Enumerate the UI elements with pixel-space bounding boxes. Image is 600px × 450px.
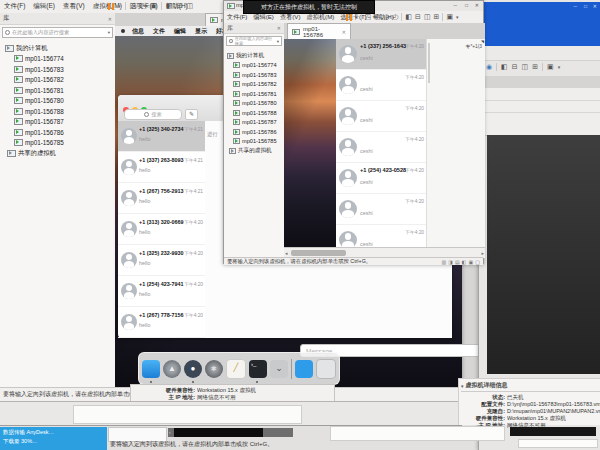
- vm-tree-item[interactable]: mp01-156787: [0, 117, 115, 128]
- close-icon[interactable]: ✕: [277, 25, 281, 31]
- vm-tree-item[interactable]: mp01-156785: [224, 137, 284, 147]
- vm-tree-item[interactable]: mp01-156774: [0, 54, 115, 65]
- manage-snapshots-icon[interactable]: ▣: [150, 2, 157, 10]
- conversation-item[interactable]: +1 (325) 232-9930 下午4:20 hello: [118, 245, 205, 276]
- show-thumbnail-bar-icon[interactable]: ⊟: [177, 2, 183, 10]
- vm-tree-item[interactable]: mp01-156783: [224, 70, 284, 80]
- send-ctrl-alt-del-icon[interactable]: ◳: [130, 2, 137, 10]
- console-view-icon[interactable]: ◫: [522, 63, 529, 71]
- sound-icon[interactable]: ▣: [469, 259, 474, 265]
- vm-tab[interactable]: mp01-156786 ✕: [287, 23, 351, 39]
- close-icon[interactable]: ✕: [475, 2, 479, 8]
- tree-root[interactable]: 我的计算机: [224, 51, 284, 61]
- vm-tree-item[interactable]: mp01-156780: [0, 96, 115, 107]
- vm-tree-item[interactable]: mp01-156781: [224, 89, 284, 99]
- show-library-icon[interactable]: ◧: [405, 13, 412, 21]
- vm-console-preview[interactable]: [487, 135, 600, 374]
- menu-item[interactable]: 文件(F): [0, 2, 29, 9]
- chevron-down-icon[interactable]: ▾: [355, 14, 358, 20]
- scroll-left-arrow-icon[interactable]: ‹: [169, 429, 171, 436]
- network-adapter-icon[interactable]: ▤: [455, 259, 460, 265]
- maximize-icon[interactable]: □: [465, 2, 468, 8]
- close-icon[interactable]: ✕: [342, 29, 346, 35]
- vm-tree-item[interactable]: mp01-156783: [0, 64, 115, 75]
- vm-tree-item[interactable]: mp01-156774: [224, 61, 284, 71]
- show-library-icon[interactable]: ◧: [166, 2, 173, 10]
- vm-tree-item[interactable]: mp01-156785: [0, 138, 115, 149]
- maximize-icon[interactable]: □: [584, 3, 587, 9]
- vm-tree-item[interactable]: mp01-156787: [224, 118, 284, 128]
- message-log-icon[interactable]: ▢: [475, 259, 480, 265]
- macos-menu-item[interactable]: 显示: [195, 27, 207, 36]
- show-thumbnail-bar-icon[interactable]: ⊟: [415, 13, 421, 21]
- unity-icon[interactable]: ◉: [486, 63, 492, 71]
- compose-icon[interactable]: ✎: [185, 109, 198, 120]
- conversation-item[interactable]: 下午4:20 ceshi: [336, 225, 426, 247]
- terminal-icon[interactable]: ›_: [249, 360, 267, 378]
- shared-vms-item[interactable]: 共享的虚拟机: [224, 146, 284, 156]
- settings-icon[interactable]: ✱: [205, 360, 223, 378]
- conversation-item[interactable]: +1 (267) 778-7156 下午4:20 hello: [118, 307, 205, 338]
- manage-snapshots-icon[interactable]: ◴: [392, 13, 398, 21]
- shared-vms-item[interactable]: 共享的虚拟机: [0, 148, 115, 159]
- hard-disk-icon[interactable]: ▥: [442, 259, 447, 265]
- vm-tree-item[interactable]: mp01-156786: [224, 127, 284, 137]
- scrollbar-vertical[interactable]: [428, 43, 430, 83]
- cd-rom-icon[interactable]: ◨: [448, 259, 453, 265]
- minimize-icon[interactable]: ─: [453, 2, 457, 8]
- revert-snapshot-icon[interactable]: ◶: [383, 13, 389, 21]
- console-view-icon[interactable]: ◫: [424, 13, 431, 21]
- notes-icon[interactable]: ╱: [226, 359, 246, 379]
- chevron-down-icon[interactable]: ▾: [558, 64, 561, 70]
- send-ctrl-alt-del-icon[interactable]: ◳: [365, 13, 372, 21]
- conversation-item[interactable]: 下午4:20 ceshi: [336, 101, 426, 132]
- snapshot-icon[interactable]: ◷: [140, 2, 146, 10]
- scrollbar-horizontal[interactable]: ‹: [168, 428, 293, 437]
- pause-icon[interactable]: [346, 14, 352, 21]
- conversation-item[interactable]: +1 (267) 756-2913 下午4:21 hello: [118, 183, 205, 214]
- minimize-icon[interactable]: ─: [573, 3, 577, 9]
- apple-icon[interactable]: [121, 29, 125, 33]
- vm-tree-item[interactable]: mp01-156781: [0, 85, 115, 96]
- search-input[interactable]: 在此处输入内容进行搜索 ▾: [226, 36, 282, 46]
- macos-menu-item[interactable]: 编辑: [174, 27, 186, 36]
- launchpad-icon[interactable]: ▲: [163, 360, 181, 378]
- pause-icon[interactable]: [108, 3, 114, 10]
- vm-tree-item[interactable]: mp01-156780: [224, 99, 284, 109]
- vm-tree-item[interactable]: mp01-156788: [224, 108, 284, 118]
- chevron-down-icon[interactable]: ▾: [118, 3, 121, 9]
- show-thumbnail-bar-icon[interactable]: ⊟: [512, 63, 518, 71]
- downloads-icon[interactable]: ⌄: [270, 360, 288, 378]
- conversation-item[interactable]: 下午4:20 ceshi: [336, 132, 426, 163]
- snapshot-icon[interactable]: ▣: [547, 63, 554, 71]
- messages-icon[interactable]: ●: [184, 360, 202, 378]
- conversation-item[interactable]: 下午4:20 ceshi: [336, 70, 426, 101]
- conversation-item[interactable]: +1 (337) 263-8093 下午4:21 hello: [118, 152, 205, 183]
- conversation-item[interactable]: +1 (337) 256-1643 下午4:20 ceshi: [336, 39, 426, 70]
- fullscreen-icon[interactable]: ⊞: [532, 63, 538, 71]
- search-input[interactable]: 在此处输入内容进行搜索 ▾: [2, 27, 113, 38]
- macos-menu-item[interactable]: 信息: [132, 27, 144, 36]
- conversation-item[interactable]: +1 (313) 320-0669 下午4:20 hello: [118, 214, 205, 245]
- folder-icon[interactable]: [295, 360, 313, 378]
- fullscreen-icon[interactable]: ◫: [186, 2, 193, 10]
- search-input[interactable]: 搜索: [124, 109, 182, 120]
- conversation-item[interactable]: +1 (254) 423-7941 下午4:20 hello: [118, 276, 205, 307]
- trash-icon[interactable]: [316, 359, 336, 379]
- unity-icon[interactable]: ▣: [446, 13, 453, 21]
- scroll-left-arrow-icon[interactable]: ◂: [285, 250, 288, 256]
- finder-icon[interactable]: [142, 360, 160, 378]
- chevron-down-icon[interactable]: ▾: [277, 39, 279, 44]
- tree-root[interactable]: 我的计算机: [0, 43, 115, 54]
- show-library-icon[interactable]: ◧: [501, 63, 508, 71]
- macos-menu-item[interactable]: 文件: [153, 27, 165, 36]
- scrollbar-thumb[interactable]: [174, 428, 263, 437]
- conversation-item[interactable]: +1 (325) 340-2734 下午4:21 hello: [118, 121, 205, 152]
- vm-tree-item[interactable]: mp01-156782: [0, 75, 115, 86]
- usb-device-icon[interactable]: ◧: [462, 259, 467, 265]
- close-icon[interactable]: ✕: [108, 16, 112, 22]
- menu-item[interactable]: 查看(V): [59, 2, 89, 9]
- conversation-item[interactable]: +1 (254) 423-0528 下午4:20 ceshi: [336, 163, 426, 194]
- scrollbar-thumb[interactable]: [291, 250, 346, 256]
- vm-tree-item[interactable]: mp01-156786: [0, 127, 115, 138]
